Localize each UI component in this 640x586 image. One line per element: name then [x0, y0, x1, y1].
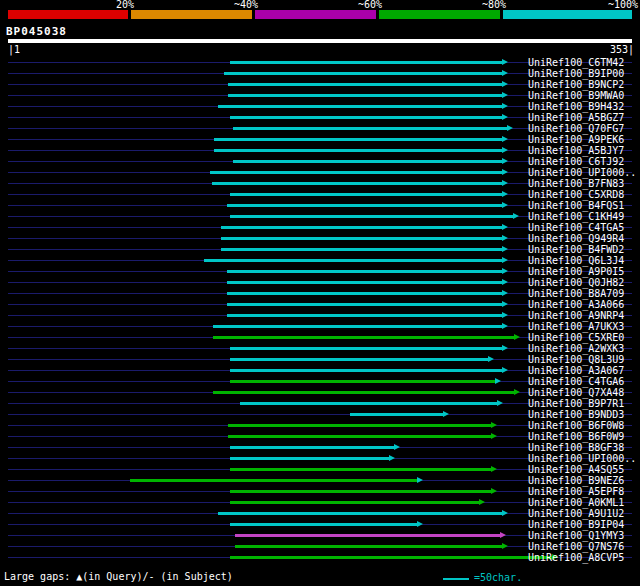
- hit-label[interactable]: UniRef100_A5EPF8: [528, 486, 624, 497]
- alignment-bar[interactable]: [221, 237, 502, 240]
- alignment-bar[interactable]: [230, 380, 495, 383]
- query-id: BP045038: [6, 25, 67, 38]
- hit-label[interactable]: UniRef100_C5XRE0: [528, 332, 624, 343]
- alignment-bar[interactable]: [228, 83, 502, 86]
- hit-label[interactable]: UniRef100_A3A067: [528, 365, 624, 376]
- hit-label[interactable]: UniRef100_A5BGZ7: [528, 112, 624, 123]
- alignment-bar[interactable]: [230, 501, 479, 504]
- hit-label[interactable]: UniRef100_B9NCP2: [528, 79, 624, 90]
- alignment-bar[interactable]: [230, 215, 513, 218]
- hit-label[interactable]: UniRef100_B6F0W9: [528, 431, 624, 442]
- alignment-bar[interactable]: [227, 292, 502, 295]
- hit-label[interactable]: UniRef100_A9PEK6: [528, 134, 624, 145]
- alignment-bar[interactable]: [230, 523, 417, 526]
- hit-label[interactable]: UniRef100_A8CVP5: [528, 552, 624, 563]
- alignment-bar[interactable]: [240, 402, 497, 405]
- hit-label[interactable]: UniRef100_A5BJY7: [528, 145, 624, 156]
- alignment-bar[interactable]: [350, 413, 443, 416]
- alignment-bar[interactable]: [221, 248, 502, 251]
- alignment-bar[interactable]: [213, 336, 514, 339]
- hit-label[interactable]: UniRef100_C4TGA5: [528, 222, 624, 233]
- alignment-bar[interactable]: [230, 457, 389, 460]
- alignment-bar[interactable]: [230, 556, 552, 559]
- alignment-row: UniRef100_C5XRD8: [0, 189, 640, 200]
- hit-label[interactable]: UniRef100_Q0JH82: [528, 277, 624, 288]
- hit-label[interactable]: UniRef100_Q8L3U9: [528, 354, 624, 365]
- hit-label[interactable]: UniRef100_B9IP00: [528, 68, 624, 79]
- hit-label[interactable]: UniRef100_A7UKX3: [528, 321, 624, 332]
- alignment-bar[interactable]: [230, 358, 488, 361]
- alignment-bar[interactable]: [204, 259, 502, 262]
- alignment-bar[interactable]: [230, 369, 502, 372]
- hit-label[interactable]: UniRef100_Q6L3J4: [528, 255, 624, 266]
- hit-label[interactable]: UniRef100_B9MWA0: [528, 90, 624, 101]
- alignment-bar[interactable]: [233, 127, 507, 130]
- alignment-bar[interactable]: [233, 160, 502, 163]
- alignment-bar[interactable]: [214, 149, 502, 152]
- alignment-bar[interactable]: [224, 72, 502, 75]
- arrowhead-icon: [502, 59, 508, 65]
- hit-label[interactable]: UniRef100_A0KML1: [528, 497, 624, 508]
- alignment-bar[interactable]: [218, 105, 502, 108]
- alignment-bar[interactable]: [230, 347, 502, 350]
- hit-label[interactable]: UniRef100_A9P0I5: [528, 266, 624, 277]
- hit-label[interactable]: UniRef100_Q1YMY3: [528, 530, 624, 541]
- alignment-bar[interactable]: [227, 281, 502, 284]
- alignment-bar[interactable]: [230, 61, 502, 64]
- alignment-bar[interactable]: [213, 325, 502, 328]
- hit-label[interactable]: UniRef100_C6TM42: [528, 57, 624, 68]
- hit-label[interactable]: UniRef100_A2WXK3: [528, 343, 624, 354]
- alignment-bar[interactable]: [230, 446, 394, 449]
- alignment-bar[interactable]: [230, 468, 491, 471]
- hit-label[interactable]: UniRef100_B9NEZ6: [528, 475, 624, 486]
- arrowhead-icon: [507, 125, 513, 131]
- hit-label[interactable]: UniRef100_Q7NS76: [528, 541, 624, 552]
- alignment-row: UniRef100_C6TJ92: [0, 156, 640, 167]
- hit-label[interactable]: UniRef100_B4FWD2: [528, 244, 624, 255]
- hit-label[interactable]: UniRef100_UPI000..: [528, 453, 636, 464]
- hit-label[interactable]: UniRef100_Q70FG7: [528, 123, 624, 134]
- hit-label[interactable]: UniRef100_B9H432: [528, 101, 624, 112]
- hit-label[interactable]: UniRef100_A4SQ55: [528, 464, 624, 475]
- alignment-bar[interactable]: [235, 534, 500, 537]
- hit-label[interactable]: UniRef100_Q7XA48: [528, 387, 624, 398]
- hit-label[interactable]: UniRef100_A3A066: [528, 299, 624, 310]
- alignment-bar[interactable]: [218, 512, 502, 515]
- hit-label[interactable]: UniRef100_C4TGA6: [528, 376, 624, 387]
- hit-label[interactable]: UniRef100_B9IP04: [528, 519, 624, 530]
- alignment-bar[interactable]: [230, 193, 502, 196]
- hit-label[interactable]: UniRef100_A9U1U2: [528, 508, 624, 519]
- hit-label[interactable]: UniRef100_C6TJ92: [528, 156, 624, 167]
- alignment-bar[interactable]: [227, 204, 502, 207]
- alignment-bar[interactable]: [228, 424, 491, 427]
- hit-label[interactable]: UniRef100_B8A709: [528, 288, 624, 299]
- alignment-bar[interactable]: [221, 226, 502, 229]
- hit-label[interactable]: UniRef100_B4FQS1: [528, 200, 624, 211]
- alignment-bar[interactable]: [230, 116, 502, 119]
- alignment-bar[interactable]: [227, 314, 502, 317]
- alignment-bar[interactable]: [212, 182, 502, 185]
- hit-label[interactable]: UniRef100_B9NDD3: [528, 409, 624, 420]
- alignment-bar[interactable]: [210, 171, 502, 174]
- hit-label[interactable]: UniRef100_UPI000..: [528, 167, 636, 178]
- alignment-bar[interactable]: [235, 545, 502, 548]
- hit-label[interactable]: UniRef100_B6F0W8: [528, 420, 624, 431]
- alignment-bar[interactable]: [228, 435, 491, 438]
- alignment-bar[interactable]: [228, 94, 502, 97]
- hit-label[interactable]: UniRef100_Q949R4: [528, 233, 624, 244]
- alignment-bar[interactable]: [227, 303, 502, 306]
- hit-label[interactable]: UniRef100_C5XRD8: [528, 189, 624, 200]
- legend-scale-label: =50char.: [474, 572, 522, 584]
- alignment-bar[interactable]: [230, 490, 491, 493]
- hit-label[interactable]: UniRef100_B9P7R1: [528, 398, 624, 409]
- hit-label[interactable]: UniRef100_B8GF38: [528, 442, 624, 453]
- hit-label[interactable]: UniRef100_B7FN83: [528, 178, 624, 189]
- alignment-bar[interactable]: [130, 479, 417, 482]
- hit-label[interactable]: UniRef100_C1KH49: [528, 211, 624, 222]
- identity-scale-bar: [0, 10, 640, 19]
- alignment-bar[interactable]: [227, 270, 502, 273]
- alignment-bar[interactable]: [213, 391, 514, 394]
- hit-label[interactable]: UniRef100_A9NRP4: [528, 310, 624, 321]
- alignment-row: UniRef100_A5EPF8: [0, 486, 640, 497]
- alignment-bar[interactable]: [214, 138, 502, 141]
